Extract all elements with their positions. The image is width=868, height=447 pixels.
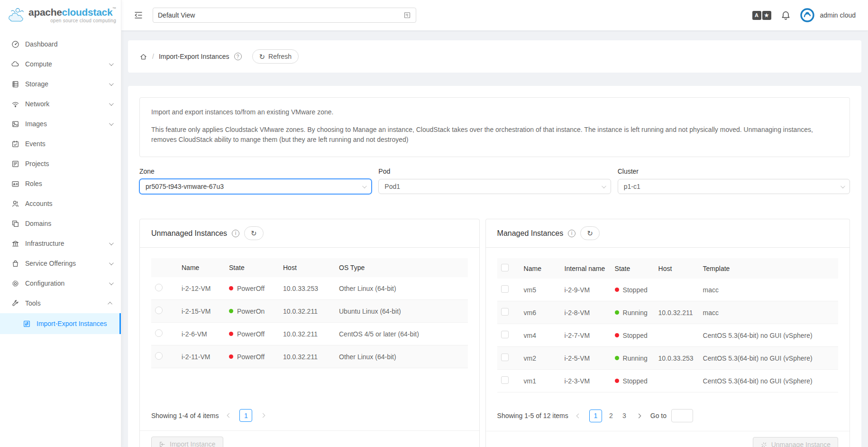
row-radio[interactable] [155, 307, 163, 314]
table-row[interactable]: vm6 i-2-8-VM Running 10.0.32.211 macc [497, 301, 838, 324]
sidebar-item-import-export-instances[interactable]: Import-Export Instances [0, 313, 121, 334]
cell-os-type: Other Linux (64-bit) [335, 345, 468, 368]
table-row[interactable]: i-2-12-VM PowerOff 10.0.33.253 Other Lin… [151, 277, 468, 300]
column-header-template: Template [699, 258, 838, 279]
row-radio[interactable] [155, 352, 163, 360]
cell-state: Stopped [623, 377, 648, 385]
next-page-button[interactable] [633, 410, 645, 421]
unmanaged-title: Unmanaged Instances [151, 229, 227, 238]
sidebar-item-tools[interactable]: Tools [0, 293, 121, 313]
unmanaged-pagination: Showing 1-4 of 4 items 1 [151, 409, 468, 422]
sidebar-item-label: Accounts [25, 200, 53, 207]
help-icon[interactable]: ? [234, 53, 242, 60]
status-dot [615, 356, 619, 360]
sidebar-item-compute[interactable]: Compute [0, 54, 121, 74]
row-radio[interactable] [155, 329, 163, 337]
bank-icon [11, 240, 19, 248]
bell-icon[interactable] [781, 10, 791, 20]
description-box: Import and export instances to/from an e… [139, 97, 850, 157]
managed-title: Managed Instances [497, 229, 564, 238]
block-icon [11, 220, 19, 228]
disconnect-icon [760, 441, 767, 447]
reload-icon: ↻ [251, 230, 257, 237]
unmanage-instance-button[interactable]: Unmanage Instance [753, 437, 838, 447]
zone-select-value: pr5075-t943-vmware-67u3 [146, 183, 224, 190]
pod-select[interactable]: Pod1 [378, 179, 611, 194]
cluster-select[interactable]: p1-c1 [618, 179, 850, 194]
goto-label: Go to [650, 412, 667, 419]
goto-page-input[interactable] [671, 409, 693, 422]
sidebar-item-accounts[interactable]: Accounts [0, 194, 121, 214]
sidebar-item-network[interactable]: Network [0, 94, 121, 114]
info-icon[interactable]: i [568, 230, 576, 237]
avatar[interactable] [800, 8, 814, 22]
home-icon[interactable] [139, 53, 147, 61]
sidebar-item-images[interactable]: Images [0, 114, 121, 134]
zone-select[interactable]: pr5075-t943-vmware-67u3 [139, 179, 372, 194]
project-view-icon [403, 11, 411, 19]
managed-refresh-button[interactable]: ↻ [580, 226, 600, 240]
cell-name: i-2-6-VM [178, 323, 225, 345]
unmanaged-card-footer: Import Instance [140, 430, 479, 447]
unmanaged-refresh-button[interactable]: ↻ [244, 226, 264, 240]
cell-template: CentOS 5.3(64-bit) no GUI (vSphere) [699, 324, 838, 347]
cell-host [655, 324, 699, 347]
page-button-1[interactable]: 1 [589, 410, 602, 422]
row-checkbox[interactable] [501, 354, 509, 361]
next-page-button[interactable] [257, 410, 268, 421]
sidebar-item-configuration[interactable]: Configuration [0, 273, 121, 293]
sidebar-item-label: Domains [25, 220, 51, 227]
table-row[interactable]: vm2 i-2-5-VM Running 10.0.33.253 CentOS … [497, 347, 838, 370]
sidebar-item-infrastructure[interactable]: Infrastructure [0, 233, 121, 253]
table-row[interactable]: i-2-15-VM PowerOn 10.0.32.211 Ubuntu Lin… [151, 300, 468, 323]
table-row[interactable]: vm1 i-2-3-VM Stopped CentOS 5.3(64-bit) … [497, 370, 838, 392]
cell-name: i-2-12-VM [178, 277, 225, 300]
sidebar-item-service-offerings[interactable]: Service Offerings [0, 253, 121, 273]
chevron-down-icon [109, 280, 114, 285]
managed-instances-card: Managed Instances i ↻ [485, 219, 850, 447]
view-select[interactable]: Default View [153, 8, 416, 23]
table-row[interactable]: i-2-6-VM PowerOff 10.0.32.211 CentOS 4/5… [151, 323, 468, 345]
table-row[interactable]: vm5 i-2-9-VM Stopped macc [497, 279, 838, 301]
prev-page-button[interactable] [223, 410, 235, 421]
column-header-internal-name: Internal name [561, 258, 611, 279]
row-checkbox[interactable] [501, 308, 509, 316]
pod-filter: Pod Pod1 [378, 168, 611, 194]
row-radio[interactable] [155, 284, 163, 291]
sidebar-item-roles[interactable]: Roles [0, 174, 121, 194]
sidebar-item-dashboard[interactable]: Dashboard [0, 34, 121, 54]
page-button-2[interactable]: 2 [607, 412, 615, 419]
sidebar-item-storage[interactable]: Storage [0, 74, 121, 94]
sidebar-item-events[interactable]: Events [0, 134, 121, 154]
select-all-checkbox[interactable] [501, 264, 509, 271]
zone-filter: Zone pr5075-t943-vmware-67u3 [139, 168, 372, 194]
refresh-button[interactable]: ↻ Refresh [252, 49, 299, 64]
prev-page-button[interactable] [573, 410, 585, 421]
table-row[interactable]: i-2-11-VM PowerOff 10.0.32.211 Other Lin… [151, 345, 468, 368]
status-dot [229, 309, 233, 313]
wifi-icon [11, 100, 19, 108]
sidebar-item-projects[interactable]: Projects [0, 154, 121, 174]
menu-fold-icon[interactable] [134, 10, 143, 20]
sidebar-item-label: Compute [25, 60, 52, 68]
unmanaged-table: Name State Host OS Type [151, 258, 468, 368]
info-icon[interactable]: i [232, 230, 239, 237]
translate-icon[interactable]: A★ [752, 11, 771, 20]
sidebar-item-label: Tools [25, 299, 41, 307]
chevron-down-icon [362, 184, 367, 188]
view-select-value: Default View [158, 11, 195, 19]
cell-state: PowerOff [237, 330, 265, 338]
sidebar-item-domains[interactable]: Domains [0, 214, 121, 233]
import-instance-button[interactable]: Import Instance [151, 437, 223, 447]
page-button-1[interactable]: 1 [239, 409, 252, 422]
row-checkbox[interactable] [501, 376, 509, 384]
sidebar-item-label: Infrastructure [25, 240, 64, 247]
logo-trademark: ™ [112, 7, 116, 11]
cloudstack-logo: apachecloudstack™ open source cloud comp… [0, 0, 121, 30]
cell-template: macc [699, 279, 838, 301]
row-checkbox[interactable] [501, 331, 509, 338]
page-button-3[interactable]: 3 [620, 412, 629, 419]
row-checkbox[interactable] [501, 285, 509, 293]
table-row[interactable]: vm4 i-2-7-VM Stopped CentOS 5.3(64-bit) … [497, 324, 838, 347]
user-name[interactable]: admin cloud [820, 11, 856, 19]
